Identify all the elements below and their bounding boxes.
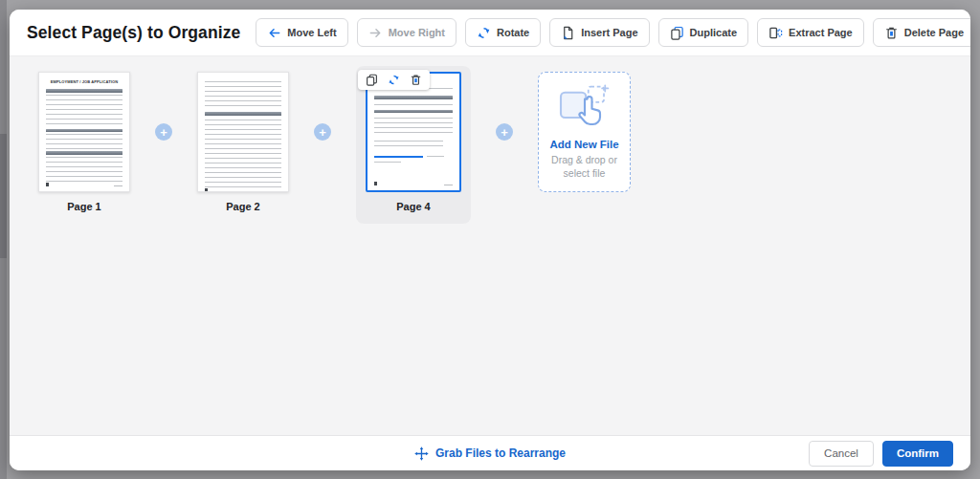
page-2-preview xyxy=(197,72,289,192)
cancel-button[interactable]: Cancel xyxy=(809,441,874,467)
move-right-button[interactable]: Move Right xyxy=(357,18,457,47)
trash-icon xyxy=(410,74,422,86)
dimmed-backdrop-edge-dark xyxy=(0,134,7,258)
button-label: Insert Page xyxy=(581,27,637,38)
insert-after-4: + xyxy=(496,72,513,141)
add-new-file-label: Add New File xyxy=(549,139,618,150)
duplicate-icon xyxy=(366,74,378,86)
plus-circle-icon[interactable]: + xyxy=(496,123,513,141)
extract-page-icon xyxy=(768,26,783,40)
duplicate-button[interactable]: Duplicate xyxy=(658,18,749,47)
arrow-left-icon xyxy=(267,26,281,40)
selected-page-mini-toolbar xyxy=(358,70,430,90)
plus-circle-icon[interactable]: + xyxy=(314,123,331,141)
modal-title: Select Page(s) to Organize xyxy=(27,23,240,43)
grab-files-label: Grab Files to Rearrange xyxy=(435,446,566,460)
button-label: Extract Page xyxy=(789,27,853,38)
page-label: Page 2 xyxy=(226,201,259,212)
insert-page-button[interactable]: Insert Page xyxy=(549,18,649,47)
rotate-page-mini-button[interactable] xyxy=(388,74,400,86)
add-file-hand-icon xyxy=(553,84,616,132)
modal-header: Select Page(s) to Organize Move Left Mov… xyxy=(10,10,970,55)
plus-circle-icon[interactable]: + xyxy=(155,123,172,141)
rotate-button[interactable]: Rotate xyxy=(465,18,541,47)
insert-between-1-2: + xyxy=(155,72,172,141)
rotate-icon xyxy=(477,26,491,40)
duplicate-page-mini-button[interactable] xyxy=(366,74,378,86)
pages-canvas: EMPLOYMENT / JOB APPLICATION Page 1 + xyxy=(10,55,970,435)
rotate-icon xyxy=(388,74,400,86)
move-left-button[interactable]: Move Left xyxy=(256,18,347,47)
move-arrows-icon xyxy=(414,446,429,461)
delete-page-button[interactable]: Delete Page xyxy=(873,18,970,47)
page-label: Page 4 xyxy=(396,201,430,212)
page-thumbnail-4-selected[interactable]: Page 4 xyxy=(356,66,471,224)
button-label: Delete Page xyxy=(904,27,964,38)
page-thumbnail-2[interactable]: Page 2 xyxy=(197,72,289,212)
modal-footer: Grab Files to Rearrange Cancel Confirm xyxy=(10,435,970,470)
confirm-button[interactable]: Confirm xyxy=(882,441,953,467)
extract-page-button[interactable]: Extract Page xyxy=(757,18,864,47)
delete-page-mini-button[interactable] xyxy=(410,74,422,86)
doc-title-text: EMPLOYMENT / JOB APPLICATION xyxy=(46,79,122,84)
button-label: Move Left xyxy=(287,27,336,38)
insert-page-icon xyxy=(561,26,575,40)
organize-pages-modal: Select Page(s) to Organize Move Left Mov… xyxy=(10,10,970,470)
thumbnail-row: EMPLOYMENT / JOB APPLICATION Page 1 + xyxy=(10,56,970,224)
add-new-file-dropzone[interactable]: Add New File Drag & drop or select file xyxy=(538,72,631,192)
grab-files-to-rearrange[interactable]: Grab Files to Rearrange xyxy=(414,446,566,461)
dropzone-hint: Drag & drop or select file xyxy=(551,153,617,180)
page-label: Page 1 xyxy=(67,201,100,212)
button-label: Duplicate xyxy=(690,27,738,38)
delete-page-icon xyxy=(884,26,899,40)
button-label: Rotate xyxy=(497,27,529,38)
button-label: Move Right xyxy=(389,27,445,38)
page-1-preview: EMPLOYMENT / JOB APPLICATION xyxy=(38,72,130,192)
dropzone-hint-line2: select file xyxy=(564,167,606,179)
arrow-right-icon xyxy=(368,26,383,40)
dropzone-hint-line1: Drag & drop or xyxy=(551,154,617,165)
insert-between-2-4: + xyxy=(314,72,331,141)
page-thumbnail-1[interactable]: EMPLOYMENT / JOB APPLICATION Page 1 xyxy=(38,72,130,212)
duplicate-icon xyxy=(670,26,684,40)
